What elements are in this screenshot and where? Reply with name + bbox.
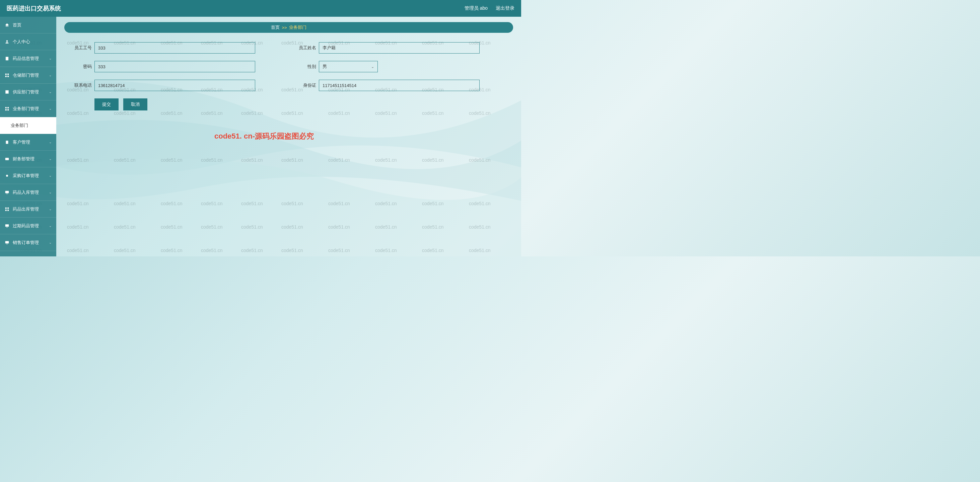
idcard-label: 身份证	[289, 82, 316, 88]
sidebar-item-label: 财务部管理	[13, 156, 35, 162]
phone-input[interactable]	[94, 80, 255, 91]
sidebar-item-0[interactable]: 首页	[0, 17, 56, 33]
chevron-down-icon: ⌄	[49, 190, 52, 194]
emp-name-input[interactable]	[319, 42, 480, 54]
svg-rect-12	[6, 141, 8, 144]
svg-rect-4	[5, 76, 7, 77]
breadcrumb-home[interactable]: 首页	[271, 24, 280, 30]
grid-icon	[5, 106, 10, 111]
form: 员工工号 员工姓名 密码 性别 男 ⌄	[64, 42, 513, 111]
chevron-down-icon: ⌄	[49, 224, 52, 228]
sidebar-item-label: 药品出库管理	[13, 206, 39, 212]
chevron-down-icon: ⌄	[371, 65, 374, 69]
svg-point-14	[6, 175, 8, 177]
sidebar-item-1[interactable]: 个人中心	[0, 33, 56, 50]
chevron-down-icon: ⌄	[49, 57, 52, 60]
sidebar-item-10[interactable]: 药品入库管理⌄	[0, 184, 56, 201]
chevron-down-icon: ⌄	[49, 157, 52, 161]
svg-rect-22	[6, 227, 8, 227]
sidebar-item-label: 药品入库管理	[13, 189, 39, 195]
svg-rect-5	[7, 76, 9, 77]
sidebar-item-label: 供应部门管理	[13, 89, 39, 95]
svg-rect-17	[5, 207, 7, 209]
password-label: 密码	[64, 63, 92, 70]
monitor-icon	[5, 224, 10, 228]
sidebar-item-3[interactable]: 仓储部门管理⌄	[0, 67, 56, 84]
phone-label: 联系电话	[64, 82, 92, 88]
breadcrumb-sep: >>	[282, 25, 287, 30]
sidebar-item-label: 业务部门	[11, 122, 28, 128]
svg-rect-3	[7, 73, 9, 75]
svg-rect-9	[7, 107, 9, 108]
svg-rect-21	[5, 224, 9, 227]
idcard-input[interactable]	[319, 80, 480, 91]
submit-button[interactable]: 提交	[94, 98, 119, 111]
sidebar-item-13[interactable]: 销售订单管理⌄	[0, 234, 56, 251]
svg-rect-1	[6, 57, 8, 60]
clip-icon	[5, 140, 10, 144]
sidebar-item-label: 销售订单管理	[13, 239, 39, 246]
svg-rect-2	[5, 73, 7, 75]
sidebar-item-label: 客户管理	[13, 139, 30, 145]
gender-label: 性别	[289, 63, 316, 70]
sidebar-item-4[interactable]: 供应部门管理⌄	[0, 84, 56, 100]
sidebar-item-label: 仓储部门管理	[13, 72, 39, 78]
password-input[interactable]	[94, 61, 255, 72]
cancel-button[interactable]: 取消	[123, 98, 147, 111]
sidebar-item-6[interactable]: 业务部门	[0, 117, 56, 134]
sidebar-item-label: 首页	[13, 22, 21, 28]
gender-value: 男	[323, 63, 327, 70]
monitor-icon	[5, 240, 10, 245]
main-content: 首页 >> 业务部门 员工工号 员工姓名 密码	[56, 17, 521, 257]
monitor-icon	[5, 190, 10, 195]
svg-rect-6	[5, 91, 8, 94]
chevron-down-icon: ⌄	[49, 73, 52, 77]
sidebar-item-label: 采购订单管理	[13, 173, 39, 179]
sidebar-item-9[interactable]: 采购订单管理⌄	[0, 167, 56, 184]
chevron-down-icon: ⌄	[49, 174, 52, 178]
svg-rect-7	[5, 90, 8, 91]
svg-rect-11	[7, 109, 9, 111]
app-title: 医药进出口交易系统	[7, 4, 61, 13]
sidebar-item-label: 个人中心	[13, 39, 30, 45]
sidebar-item-label: 药品信息管理	[13, 55, 39, 62]
svg-rect-16	[6, 193, 8, 194]
chevron-down-icon: ⌄	[49, 207, 52, 211]
svg-rect-13	[5, 158, 9, 160]
chevron-down-icon: ⌄	[49, 140, 52, 144]
emp-name-label: 员工姓名	[289, 45, 316, 51]
svg-rect-10	[5, 109, 7, 111]
card-icon	[5, 157, 10, 161]
sidebar-item-11[interactable]: 药品出库管理⌄	[0, 201, 56, 217]
doc-icon	[5, 56, 10, 61]
sidebar-item-5[interactable]: 业务部门管理⌄	[0, 100, 56, 117]
svg-rect-20	[7, 209, 9, 211]
sidebar: 首页个人中心药品信息管理⌄仓储部门管理⌄供应部门管理⌄业务部门管理⌄业务部门客户…	[0, 17, 56, 257]
svg-point-0	[6, 40, 8, 42]
sidebar-item-12[interactable]: 过期药品管理⌄	[0, 217, 56, 234]
header: 医药进出口交易系统 管理员 abo 退出登录	[0, 0, 521, 17]
chevron-down-icon: ⌄	[49, 90, 52, 94]
svg-rect-24	[6, 244, 8, 244]
dot-icon	[5, 173, 10, 178]
user-label[interactable]: 管理员 abo	[465, 5, 488, 11]
sidebar-item-7[interactable]: 客户管理⌄	[0, 134, 56, 151]
logout-link[interactable]: 退出登录	[496, 5, 514, 11]
chevron-down-icon: ⌄	[49, 241, 52, 244]
box-icon	[5, 90, 10, 94]
breadcrumb: 首页 >> 业务部门	[64, 22, 513, 33]
sidebar-item-2[interactable]: 药品信息管理⌄	[0, 50, 56, 67]
emp-id-label: 员工工号	[64, 45, 92, 51]
sidebar-item-8[interactable]: 财务部管理⌄	[0, 151, 56, 167]
emp-id-input[interactable]	[94, 42, 255, 54]
breadcrumb-current: 业务部门	[289, 24, 307, 30]
sidebar-item-label: 过期药品管理	[13, 223, 39, 229]
grid-icon	[5, 73, 10, 78]
svg-rect-23	[5, 241, 9, 243]
svg-rect-18	[7, 207, 9, 209]
chevron-down-icon: ⌄	[49, 107, 52, 111]
user-icon	[5, 40, 10, 44]
home-icon	[5, 23, 10, 27]
svg-rect-19	[5, 209, 7, 211]
gender-select[interactable]: 男 ⌄	[319, 61, 378, 72]
